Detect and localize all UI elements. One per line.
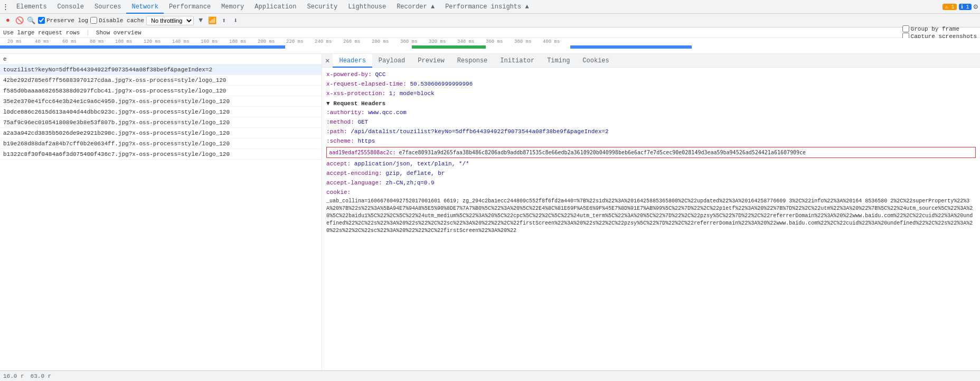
status-bar: 16.0 r 63.0 r	[0, 370, 980, 381]
xss-name: x-xss-protection:	[326, 90, 385, 97]
tab-network[interactable]: Network	[126, 0, 163, 14]
preserve-log-checkbox[interactable]	[38, 17, 45, 24]
settings-icon[interactable]: ⚙	[974, 2, 978, 11]
list-item[interactable]: e	[0, 54, 322, 64]
list-item[interactable]: b1322c8f30f0484a6f3d075400f436c7.jpg?x-o…	[0, 149, 322, 160]
tl-380: 380 ms	[514, 39, 531, 44]
options-row: Use large request rows | Show overview G…	[0, 27, 980, 38]
tab-console[interactable]: Console	[52, 0, 89, 14]
tl-80: 80 ms	[90, 39, 104, 44]
devtools-menu-icon[interactable]: ⋮	[2, 3, 9, 11]
record-btn[interactable]: ●	[3, 16, 13, 25]
timeline-bar-blue1	[0, 45, 285, 49]
cookie-value: _uab_collina=16066760492752017001601 661…	[326, 198, 976, 235]
token-key: aad19edaf2555808ac2c:	[329, 150, 395, 155]
list-item[interactable]: f585d0baaaa682658388d0297fcbc41.jpg?x-os…	[0, 86, 322, 96]
list-item[interactable]: a2a3a942cd3835b5026de9e2921b298c.jpg?x-o…	[0, 128, 322, 138]
alert-badge[interactable]: ⚠ 1	[943, 4, 956, 10]
main-content: e touzilist?keyNo=5dffb644394922f9073544…	[0, 54, 980, 370]
tab-sources[interactable]: Sources	[89, 0, 126, 14]
tl-220: 220 ms	[286, 39, 303, 44]
tab-memory[interactable]: Memory	[216, 0, 249, 14]
tab-initiator[interactable]: Initiator	[494, 54, 541, 68]
tl-180: 180 ms	[229, 39, 246, 44]
xss-value: 1; mode=block	[389, 90, 435, 97]
tl-120: 120 ms	[144, 39, 161, 44]
authority-value: www.qcc.com	[368, 109, 407, 116]
disable-cache-label[interactable]: Disable cache	[90, 17, 144, 24]
cookie-line: cookie:	[326, 188, 976, 197]
tl-360: 360 ms	[486, 39, 503, 44]
accept-language-value: zh-CN,zh;q=0.9	[385, 180, 434, 186]
tl-100: 100 ms	[115, 39, 132, 44]
timeline: 20 ms 40 ms 60 ms 80 ms 100 ms 120 ms 14…	[0, 38, 980, 54]
scheme-line: :scheme: https	[326, 136, 976, 146]
list-item[interactable]: b19e268d88daf2a84b7cff0b2e0634ff.jpg?x-o…	[0, 138, 322, 149]
list-item[interactable]: 42be292d785e6f7f56883970127cdaa.jpg?x-os…	[0, 75, 322, 86]
tl-20: 20 ms	[7, 39, 22, 44]
tab-lighthouse[interactable]: Lighthouse	[343, 0, 391, 14]
tl-260: 260 ms	[343, 39, 360, 44]
tab-timing[interactable]: Timing	[541, 54, 576, 68]
group-by-frame-checkbox[interactable]	[902, 25, 909, 32]
import-har-icon[interactable]: ⬆	[219, 16, 229, 25]
large-rows-label[interactable]: Use large request rows	[3, 30, 80, 36]
accept-language-name: accept-language:	[326, 180, 382, 186]
method-value: GET	[357, 119, 368, 125]
method-name: :method:	[326, 119, 354, 125]
accept-name: accept:	[326, 161, 351, 167]
show-overview-label[interactable]: Show overview	[96, 30, 142, 36]
tab-preview[interactable]: Preview	[411, 54, 450, 68]
token-value: e7face80931a9d265faa38b486c8206adb9addb8…	[399, 150, 806, 155]
preserve-log-label[interactable]: Preserve log	[38, 17, 88, 24]
elapsed-name: x-request-elapsed-time:	[326, 81, 407, 87]
xss-line: x-xss-protection: 1; mode=block	[326, 89, 976, 98]
info-badge[interactable]: ℹ 1	[959, 4, 972, 10]
tl-140: 140 ms	[172, 39, 189, 44]
right-options: Group by frame Capture screenshots	[902, 25, 977, 40]
tab-security[interactable]: Security	[302, 0, 343, 14]
list-item[interactable]: l0dce886c2615d613a404d44dbbc923c.jpg?x-o…	[0, 107, 322, 117]
token-highlighted-row: aad19edaf2555808ac2c: e7face80931a9d265f…	[326, 147, 976, 158]
powered-by-line: x-powered-by: QCC	[326, 70, 976, 79]
search-btn[interactable]: 🔍	[26, 16, 36, 25]
throttle-dropdown-icon[interactable]: ▼	[196, 16, 205, 25]
request-detail-panel: ✕ Headers Payload Preview Response Initi…	[322, 54, 980, 370]
tab-payload[interactable]: Payload	[372, 54, 411, 68]
authority-line: :authority: www.qcc.com	[326, 108, 976, 117]
request-headers-title[interactable]: ▼ Request Headers	[326, 100, 976, 107]
elapsed-time-line: x-request-elapsed-time: 50.5306069999999…	[326, 79, 976, 89]
request-list: e touzilist?keyNo=5dffb644394922f9073544…	[0, 54, 322, 370]
tab-performance[interactable]: Performance	[164, 0, 216, 14]
tl-40: 40 ms	[35, 39, 49, 44]
close-detail-button[interactable]: ✕	[322, 56, 333, 65]
status-left: 16.0 r	[3, 373, 24, 379]
tab-recorder[interactable]: Recorder ▲	[391, 0, 440, 14]
list-item[interactable]: touzilist?keyNo=5dffb644394922f9073544a0…	[0, 64, 322, 75]
tab-response[interactable]: Response	[451, 54, 494, 68]
divider: |	[86, 30, 90, 36]
list-item[interactable]: 35e2e370e41fcc64e3b24e1c9a6c4950.jpg?x-o…	[0, 96, 322, 107]
accept-language-line: accept-language: zh-CN,zh;q=0.9	[326, 178, 976, 188]
elapsed-value: 50.530606999999996	[410, 81, 473, 87]
tab-cookies[interactable]: Cookies	[576, 54, 615, 68]
scheme-value: https	[357, 138, 375, 144]
accept-encoding-name: accept-encoding:	[326, 170, 382, 176]
tab-performance-insights[interactable]: Performance insights ▲	[440, 0, 534, 14]
path-line: :path: /api/datalist/touzilist?keyNo=5df…	[326, 127, 976, 136]
throttle-select[interactable]: No throttling	[146, 16, 194, 25]
tl-240: 240 ms	[315, 39, 332, 44]
tl-320: 320 ms	[429, 39, 446, 44]
disable-cache-checkbox[interactable]	[90, 17, 97, 24]
list-item[interactable]: 75af9c96ec0105418089e3b8e53f807b.jpg?x-o…	[0, 117, 322, 128]
clear-btn[interactable]: 🚫	[15, 16, 24, 25]
export-har-icon[interactable]: ⬇	[231, 16, 240, 25]
group-by-frame-label[interactable]: Group by frame	[902, 25, 977, 32]
network-conditions-icon[interactable]: 📶	[208, 16, 217, 25]
tab-headers[interactable]: Headers	[333, 54, 372, 68]
devtools-tab-bar: ⋮ Elements Console Sources Network Perfo…	[0, 0, 980, 14]
tab-elements[interactable]: Elements	[11, 0, 52, 14]
accept-encoding-value: gzip, deflate, br	[385, 170, 445, 176]
tab-application[interactable]: Application	[249, 0, 301, 14]
tl-340: 340 ms	[457, 39, 474, 44]
